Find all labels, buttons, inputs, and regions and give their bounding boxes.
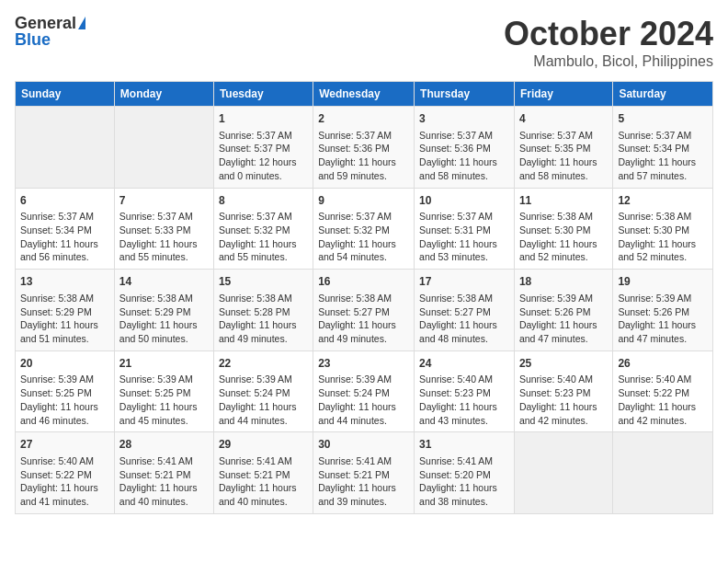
calendar-cell [514, 432, 612, 514]
cell-text: Sunrise: 5:37 AMSunset: 5:33 PMDaylight:… [119, 210, 209, 264]
cell-text: Sunrise: 5:38 AMSunset: 5:29 PMDaylight:… [119, 292, 209, 346]
calendar-cell: 10Sunrise: 5:37 AMSunset: 5:31 PMDayligh… [415, 188, 515, 270]
calendar-cell: 20Sunrise: 5:39 AMSunset: 5:25 PMDayligh… [16, 350, 115, 432]
cell-text: Sunrise: 5:39 AMSunset: 5:24 PMDaylight:… [318, 373, 409, 427]
calendar-cell: 23Sunrise: 5:39 AMSunset: 5:24 PMDayligh… [313, 350, 415, 432]
location-subtitle: Mambulo, Bicol, Philippines [504, 53, 713, 70]
calendar-cell: 27Sunrise: 5:40 AMSunset: 5:22 PMDayligh… [16, 432, 115, 514]
day-number: 3 [419, 111, 509, 127]
cell-text: Sunrise: 5:37 AMSunset: 5:37 PMDaylight:… [219, 129, 308, 183]
calendar-cell: 30Sunrise: 5:41 AMSunset: 5:21 PMDayligh… [313, 432, 415, 514]
calendar-cell: 13Sunrise: 5:38 AMSunset: 5:29 PMDayligh… [16, 270, 115, 351]
calendar-cell: 8Sunrise: 5:37 AMSunset: 5:32 PMDaylight… [213, 188, 313, 270]
day-number: 2 [318, 111, 409, 127]
calendar-cell: 26Sunrise: 5:40 AMSunset: 5:22 PMDayligh… [613, 350, 713, 432]
cell-text: Sunrise: 5:37 AMSunset: 5:36 PMDaylight:… [318, 129, 409, 183]
day-number: 1 [219, 111, 308, 127]
title-block: October 2024 Mambulo, Bicol, Philippines [504, 15, 713, 70]
day-number: 5 [618, 111, 708, 127]
day-number: 12 [618, 193, 708, 209]
calendar-cell: 29Sunrise: 5:41 AMSunset: 5:21 PMDayligh… [213, 432, 313, 514]
day-number: 11 [519, 193, 608, 209]
calendar-table: SundayMondayTuesdayWednesdayThursdayFrid… [15, 81, 713, 514]
cell-text: Sunrise: 5:38 AMSunset: 5:30 PMDaylight:… [618, 210, 708, 264]
cell-text: Sunrise: 5:37 AMSunset: 5:32 PMDaylight:… [318, 210, 409, 264]
day-number: 21 [119, 356, 209, 372]
calendar-cell: 1Sunrise: 5:37 AMSunset: 5:37 PMDaylight… [213, 107, 313, 189]
calendar-cell: 21Sunrise: 5:39 AMSunset: 5:25 PMDayligh… [114, 350, 213, 432]
cell-text: Sunrise: 5:38 AMSunset: 5:28 PMDaylight:… [219, 292, 308, 346]
day-number: 7 [119, 193, 209, 209]
day-number: 15 [219, 274, 308, 290]
calendar-cell: 7Sunrise: 5:37 AMSunset: 5:33 PMDaylight… [114, 188, 213, 270]
cell-text: Sunrise: 5:38 AMSunset: 5:29 PMDaylight:… [20, 292, 109, 346]
cell-text: Sunrise: 5:40 AMSunset: 5:22 PMDaylight:… [618, 373, 708, 427]
calendar-cell: 11Sunrise: 5:38 AMSunset: 5:30 PMDayligh… [514, 188, 612, 270]
cell-text: Sunrise: 5:40 AMSunset: 5:23 PMDaylight:… [519, 373, 608, 427]
day-number: 18 [519, 274, 608, 290]
column-header-tuesday: Tuesday [213, 82, 313, 107]
cell-text: Sunrise: 5:39 AMSunset: 5:24 PMDaylight:… [219, 373, 308, 427]
calendar-cell: 28Sunrise: 5:41 AMSunset: 5:21 PMDayligh… [114, 432, 213, 514]
day-number: 16 [318, 274, 409, 290]
day-number: 13 [20, 274, 109, 290]
calendar-week-row: 6Sunrise: 5:37 AMSunset: 5:34 PMDaylight… [16, 188, 713, 270]
logo: General Blue [15, 15, 85, 48]
cell-text: Sunrise: 5:37 AMSunset: 5:31 PMDaylight:… [419, 210, 509, 264]
calendar-week-row: 27Sunrise: 5:40 AMSunset: 5:22 PMDayligh… [16, 432, 713, 514]
page-header: General Blue October 2024 Mambulo, Bicol… [15, 15, 713, 70]
cell-text: Sunrise: 5:39 AMSunset: 5:25 PMDaylight:… [119, 373, 209, 427]
day-number: 26 [618, 356, 708, 372]
cell-text: Sunrise: 5:41 AMSunset: 5:21 PMDaylight:… [119, 454, 209, 509]
day-number: 6 [20, 193, 109, 209]
cell-text: Sunrise: 5:37 AMSunset: 5:34 PMDaylight:… [618, 129, 708, 183]
logo-blue-text: Blue [15, 31, 51, 48]
calendar-cell: 12Sunrise: 5:38 AMSunset: 5:30 PMDayligh… [613, 188, 713, 270]
day-number: 4 [519, 111, 608, 127]
day-number: 22 [219, 356, 308, 372]
calendar-cell: 19Sunrise: 5:39 AMSunset: 5:26 PMDayligh… [613, 270, 713, 351]
calendar-cell: 16Sunrise: 5:38 AMSunset: 5:27 PMDayligh… [313, 270, 415, 351]
cell-text: Sunrise: 5:37 AMSunset: 5:35 PMDaylight:… [519, 129, 608, 183]
day-number: 28 [119, 437, 209, 453]
cell-text: Sunrise: 5:41 AMSunset: 5:21 PMDaylight:… [318, 454, 409, 509]
calendar-week-row: 20Sunrise: 5:39 AMSunset: 5:25 PMDayligh… [16, 350, 713, 432]
cell-text: Sunrise: 5:40 AMSunset: 5:23 PMDaylight:… [419, 373, 509, 427]
calendar-cell: 17Sunrise: 5:38 AMSunset: 5:27 PMDayligh… [415, 270, 515, 351]
cell-text: Sunrise: 5:37 AMSunset: 5:32 PMDaylight:… [219, 210, 308, 264]
calendar-cell: 22Sunrise: 5:39 AMSunset: 5:24 PMDayligh… [213, 350, 313, 432]
calendar-cell: 18Sunrise: 5:39 AMSunset: 5:26 PMDayligh… [514, 270, 612, 351]
cell-text: Sunrise: 5:41 AMSunset: 5:21 PMDaylight:… [219, 454, 308, 509]
day-number: 20 [20, 356, 109, 372]
cell-text: Sunrise: 5:37 AMSunset: 5:36 PMDaylight:… [419, 129, 509, 183]
day-number: 29 [219, 437, 308, 453]
column-header-wednesday: Wednesday [313, 82, 415, 107]
calendar-cell: 5Sunrise: 5:37 AMSunset: 5:34 PMDaylight… [613, 107, 713, 189]
day-number: 17 [419, 274, 509, 290]
day-number: 24 [419, 356, 509, 372]
cell-text: Sunrise: 5:38 AMSunset: 5:30 PMDaylight:… [519, 210, 608, 264]
cell-text: Sunrise: 5:38 AMSunset: 5:27 PMDaylight:… [419, 292, 509, 346]
cell-text: Sunrise: 5:38 AMSunset: 5:27 PMDaylight:… [318, 292, 409, 346]
logo-general-text: General [15, 15, 76, 31]
calendar-cell: 3Sunrise: 5:37 AMSunset: 5:36 PMDaylight… [415, 107, 515, 189]
day-number: 23 [318, 356, 409, 372]
cell-text: Sunrise: 5:40 AMSunset: 5:22 PMDaylight:… [20, 454, 109, 509]
calendar-cell [114, 107, 213, 189]
column-header-friday: Friday [514, 82, 612, 107]
cell-text: Sunrise: 5:41 AMSunset: 5:20 PMDaylight:… [419, 454, 509, 509]
calendar-week-row: 13Sunrise: 5:38 AMSunset: 5:29 PMDayligh… [16, 270, 713, 351]
column-header-saturday: Saturday [613, 82, 713, 107]
calendar-header-row: SundayMondayTuesdayWednesdayThursdayFrid… [16, 82, 713, 107]
calendar-cell: 6Sunrise: 5:37 AMSunset: 5:34 PMDaylight… [16, 188, 115, 270]
day-number: 31 [419, 437, 509, 453]
calendar-cell: 31Sunrise: 5:41 AMSunset: 5:20 PMDayligh… [415, 432, 515, 514]
calendar-week-row: 1Sunrise: 5:37 AMSunset: 5:37 PMDaylight… [16, 107, 713, 189]
calendar-cell [16, 107, 115, 189]
calendar-cell: 14Sunrise: 5:38 AMSunset: 5:29 PMDayligh… [114, 270, 213, 351]
day-number: 14 [119, 274, 209, 290]
day-number: 10 [419, 193, 509, 209]
month-title: October 2024 [504, 15, 713, 53]
cell-text: Sunrise: 5:37 AMSunset: 5:34 PMDaylight:… [20, 210, 109, 264]
day-number: 27 [20, 437, 109, 453]
